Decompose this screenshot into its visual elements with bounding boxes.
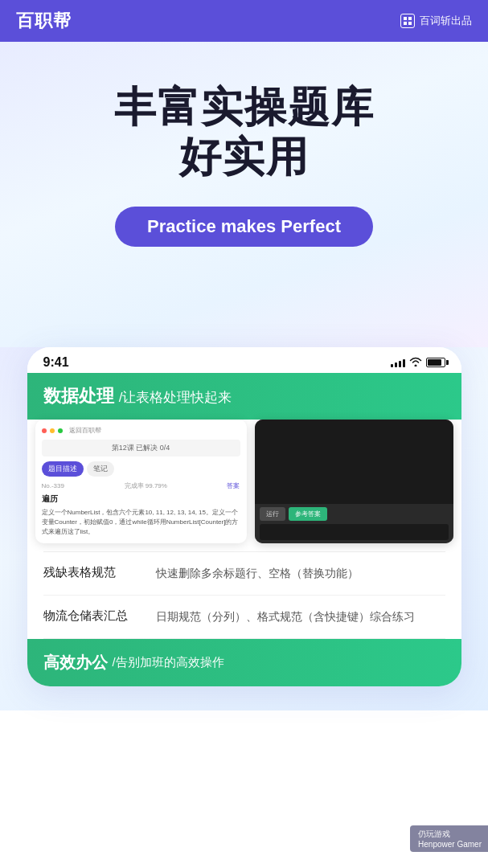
mini-run-bar: 运行 参考答案: [260, 507, 449, 521]
table-row-desc-2: 日期规范（分列）、格式规范（含快捷键）综合练习: [156, 608, 445, 625]
signal-bars-icon: [391, 358, 405, 367]
svg-rect-1: [408, 17, 412, 20]
bottom-green-banner: 高效办公 /告别加班的高效操作: [27, 639, 461, 686]
mini-problem-desc: 定义一个NumberList，包含六个元素10, 11, 12, 13, 14,…: [42, 508, 240, 537]
table-section: 残缺表格规范 快速删除多余标题行、空格（替换功能） 物流仓储表汇总 日期规范（分…: [27, 551, 461, 639]
mini-ref-answer-button[interactable]: 参考答案: [289, 507, 327, 521]
hero-title-line1: 丰富实操题库: [114, 84, 375, 130]
mini-run-section: 运行 参考答案: [255, 504, 453, 543]
mini-tab-problem[interactable]: 题目描述: [42, 461, 84, 477]
table-row-label-1: 残缺表格规范: [43, 565, 140, 582]
battery-icon: [426, 358, 445, 367]
svg-rect-3: [408, 22, 412, 25]
mini-nav-label[interactable]: 返回百职帮: [69, 426, 101, 435]
mini-run-button[interactable]: 运行: [260, 507, 285, 521]
hero-title-line2: 好实用: [179, 133, 310, 180]
header-brand: 百词斩出品: [400, 14, 472, 28]
bottom-banner-subtitle: /告别加班的高效操作: [113, 655, 224, 670]
mini-app-left: 返回百职帮 第12课 已解决 0/4 题目描述 笔记 No.-339 完成率 9…: [35, 420, 247, 543]
table-row-label-2: 物流仓储表汇总: [43, 608, 140, 625]
green-banner-subtitle: /让表格处理快起来: [119, 390, 232, 405]
wifi-icon: [409, 357, 422, 369]
status-time: 9:41: [43, 355, 69, 370]
table-row-desc-1: 快速删除多余标题行、空格（替换功能）: [156, 565, 445, 582]
svg-rect-0: [404, 17, 407, 20]
mini-tabs: 题目描述 笔记: [42, 461, 240, 477]
green-banner-title: 数据处理: [43, 386, 114, 406]
app-header: 百职帮 百词斩出品: [0, 0, 488, 42]
status-icons: [391, 357, 445, 369]
mini-app-container: 返回百职帮 第12课 已解决 0/4 题目描述 笔记 No.-339 完成率 9…: [35, 420, 453, 543]
watermark-line1: 仍玩游戏: [418, 829, 482, 840]
mini-chapter-bar: 第12课 已解决 0/4: [42, 440, 240, 457]
phone-mockup-area: 9:41: [0, 347, 488, 710]
phone-outer: 9:41: [27, 347, 461, 686]
mini-problem-meta: No.-339 完成率 99.79% 答案: [42, 481, 240, 490]
mini-code-editor[interactable]: [255, 420, 453, 504]
watermark-text: 仍玩游戏 Henpower Gamer: [410, 825, 488, 852]
status-bar: 9:41: [27, 347, 461, 373]
watermark-line2: Henpower Gamer: [418, 840, 482, 849]
mini-problem-id: No.-339: [42, 482, 64, 489]
brand-icon: [400, 14, 415, 28]
mini-answer-btn[interactable]: 答案: [227, 481, 240, 490]
table-row: 物流仓储表汇总 日期规范（分列）、格式规范（含快捷键）综合练习: [43, 596, 445, 639]
table-row: 残缺表格规范 快速删除多余标题行、空格（替换功能）: [43, 552, 445, 596]
app-logo: 百职帮: [16, 9, 72, 33]
mini-app-topbar: 返回百职帮: [42, 426, 240, 435]
window-dot-yellow: [50, 428, 55, 433]
mini-app-right: 运行 参考答案: [255, 420, 453, 543]
mini-output-area: [260, 524, 449, 540]
watermark: 仍玩游戏 Henpower Gamer: [410, 825, 488, 852]
hero-section: 丰富实操题库 好实用 Practice makes Perfect: [0, 42, 488, 347]
brand-label: 百词斩出品: [420, 14, 472, 28]
bottom-banner-title: 高效办公: [43, 652, 108, 674]
mini-progress: 完成率 99.79%: [125, 481, 167, 490]
window-dot-red: [42, 428, 47, 433]
mini-tab-notes[interactable]: 笔记: [87, 461, 114, 477]
app-screenshot-overlay: 返回百职帮 第12课 已解决 0/4 题目描述 笔记 No.-339 完成率 9…: [27, 420, 461, 543]
svg-rect-2: [404, 22, 407, 25]
window-dot-green: [58, 428, 63, 433]
green-banner: 数据处理 /让表格处理快起来: [27, 373, 461, 420]
hero-title: 丰富实操题库 好实用: [16, 82, 472, 182]
mini-problem-title: 遍历: [42, 493, 240, 505]
practice-badge: Practice makes Perfect: [115, 207, 373, 247]
